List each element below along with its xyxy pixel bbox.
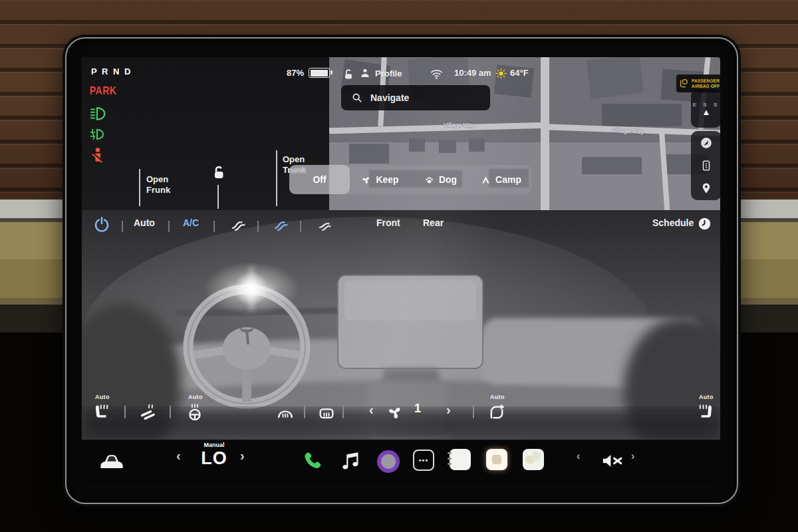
mode-camp-label: Camp xyxy=(495,174,521,185)
lock-divider xyxy=(217,185,219,209)
divider xyxy=(473,406,474,418)
divider xyxy=(304,406,305,418)
front-defrost-icon[interactable] xyxy=(276,403,295,422)
fan-speed-increase[interactable]: › xyxy=(446,402,451,418)
lock-icon[interactable] xyxy=(342,68,354,80)
music-icon[interactable] xyxy=(340,450,362,472)
open-frunk-button[interactable]: Open Frunk xyxy=(146,174,170,196)
divider xyxy=(342,406,344,418)
seatbelt-warning-icon xyxy=(89,146,106,164)
rear-climate-tab[interactable]: Rear xyxy=(423,217,444,228)
clock-icon[interactable] xyxy=(698,217,712,231)
ac-button[interactable]: A/C xyxy=(183,217,199,228)
person-icon xyxy=(360,68,370,78)
mode-off[interactable]: Off xyxy=(289,165,350,194)
road-label: Village Way xyxy=(444,122,475,128)
list-icon[interactable] xyxy=(700,159,712,172)
map-building xyxy=(587,57,644,99)
battery-status[interactable]: 87% xyxy=(287,68,330,78)
climate-power-button[interactable] xyxy=(94,216,110,232)
front-climate-tab[interactable]: Front xyxy=(376,217,400,228)
steering-wheel-heater-icon[interactable] xyxy=(186,403,204,422)
cabin-mode-selector: Off Keep Dog Camp xyxy=(289,165,531,194)
frunk-divider xyxy=(139,169,140,206)
navigate-search[interactable]: Navigate xyxy=(341,85,490,110)
fan-speed-value: 1 xyxy=(414,402,421,416)
calendar-app-icon[interactable] xyxy=(450,449,471,470)
steering-heater-auto-label: Auto xyxy=(188,394,203,400)
divider xyxy=(168,221,170,232)
outside-temperature[interactable]: 64°F xyxy=(510,68,529,78)
road-label: Village Way xyxy=(612,127,644,135)
all-apps-icon[interactable]: ••• xyxy=(413,450,434,471)
mode-dog[interactable]: Dog xyxy=(410,165,471,194)
mode-camp[interactable]: Camp xyxy=(471,165,531,194)
volume-muted-icon[interactable] xyxy=(600,450,624,472)
frunk-label-line1: Open xyxy=(146,174,170,185)
rear-defrost-icon[interactable] xyxy=(317,403,336,422)
display-area: Village Way Village Way Navigate E S S ▲ xyxy=(82,57,720,483)
mode-off-label: Off xyxy=(313,174,326,185)
map-road xyxy=(329,122,549,134)
fan-icon xyxy=(361,175,371,185)
airbag-word: AIRBAG xyxy=(692,84,710,88)
temp-decrease[interactable]: ‹ xyxy=(176,448,181,464)
app-dock: ‹ Manual LO › ••• ‹ xyxy=(82,440,720,483)
sun-icon xyxy=(495,68,507,79)
profile-label: Profile xyxy=(375,68,402,78)
temperature-setting[interactable]: Manual LO xyxy=(194,442,235,469)
compass-needle-icon: ▲ xyxy=(702,109,711,116)
divider xyxy=(257,221,259,232)
car-controls-icon[interactable] xyxy=(99,450,124,472)
mode-keep[interactable]: Keep xyxy=(350,165,410,194)
divider xyxy=(213,221,215,232)
map-building xyxy=(469,138,485,152)
wifi-icon[interactable] xyxy=(430,69,443,79)
divider xyxy=(170,406,171,418)
theater-app-icon[interactable] xyxy=(523,449,544,470)
map-pin-icon[interactable] xyxy=(700,182,712,195)
divider xyxy=(124,406,126,418)
fog-light-icon xyxy=(89,126,105,142)
airbag-icon xyxy=(679,78,689,88)
navigation-globe-icon[interactable] xyxy=(700,136,713,150)
map-controls-rail: E S S ▲ xyxy=(691,89,720,200)
trunk-label-line1: Open xyxy=(283,154,306,165)
battery-icon xyxy=(309,68,330,78)
search-icon xyxy=(352,92,362,103)
fan-speed-decrease[interactable]: ‹ xyxy=(369,402,374,418)
energy-app-icon[interactable] xyxy=(486,449,507,470)
profile-menu[interactable]: Profile xyxy=(360,68,402,78)
tent-icon xyxy=(481,175,491,185)
map-road xyxy=(541,57,549,210)
navigate-label: Navigate xyxy=(370,92,409,103)
passenger-seat-auto-label: Auto xyxy=(699,394,714,400)
wiper-heater-icon[interactable] xyxy=(139,403,158,422)
temp-value: LO xyxy=(194,448,235,469)
phone-icon[interactable] xyxy=(301,450,324,472)
airbag-state: OFF xyxy=(711,84,720,88)
temp-mode-label: Manual xyxy=(194,442,235,448)
mode-dog-label: Dog xyxy=(439,174,457,185)
map-building xyxy=(602,104,682,126)
compass-widget[interactable]: E S S ▲ xyxy=(691,89,720,128)
volume-decrease[interactable]: ‹ xyxy=(577,450,580,462)
seat-heater-auto-label: Auto xyxy=(95,394,110,400)
passenger-seat-heater-icon[interactable] xyxy=(696,403,715,422)
temp-increase[interactable]: › xyxy=(240,448,245,464)
driver-seat-heater-icon[interactable] xyxy=(92,403,111,422)
clock-time: 10:49 am xyxy=(454,68,491,78)
shelf-left xyxy=(0,200,74,332)
vent-face-icon[interactable] xyxy=(229,217,247,233)
vent-face-feet-icon[interactable] xyxy=(272,217,289,233)
frunk-label-line2: Frunk xyxy=(146,185,170,196)
streaming-app-icon[interactable] xyxy=(377,450,400,473)
schedule-button[interactable]: Schedule xyxy=(652,217,694,228)
volume-increase[interactable]: › xyxy=(631,450,634,462)
climate-auto-button[interactable]: Auto xyxy=(134,217,155,228)
divider xyxy=(122,221,123,232)
air-recirculation-icon[interactable] xyxy=(487,403,506,422)
paw-icon xyxy=(424,175,434,185)
vent-feet-icon[interactable] xyxy=(316,217,333,233)
unlock-icon[interactable] xyxy=(211,165,227,181)
